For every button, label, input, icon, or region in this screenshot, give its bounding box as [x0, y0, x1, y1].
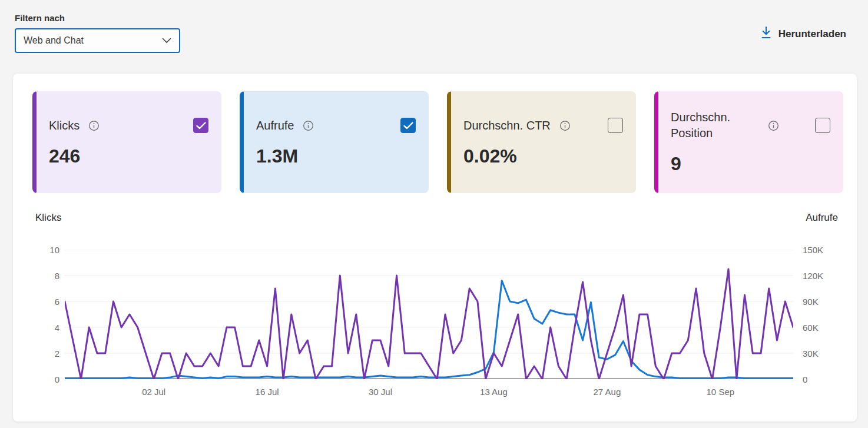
metric-label: Durchschn. CTR	[463, 118, 551, 134]
axis-tick-label: 10	[49, 245, 59, 255]
metric-card-ctr: Durchschn. CTR 0.02%	[447, 91, 636, 193]
axis-tick-label: 6	[55, 297, 59, 307]
metric-value: 246	[49, 145, 208, 167]
axis-tick-label: 0	[55, 374, 59, 384]
chart-plot	[65, 250, 793, 379]
filter-label: Filtern nach	[15, 13, 180, 23]
metric-cards-row: Klicks 246 Aufrufe 1.3M	[13, 74, 857, 193]
axis-tick-label: 150K	[803, 245, 823, 255]
x-axis-labels: 02 Jul16 Jul30 Jul13 Aug27 Aug10 Sep	[65, 379, 793, 399]
x-axis-tick-label: 02 Jul	[142, 387, 165, 397]
chart-area: 0246810 030K60K90K120K150K	[13, 250, 857, 379]
metric-card-position: Durchschn. Position 9	[654, 91, 843, 193]
info-icon[interactable]	[768, 120, 779, 131]
axis-tick-label: 4	[55, 323, 59, 333]
info-icon[interactable]	[303, 120, 314, 131]
metric-label: Durchschn. Position	[671, 110, 759, 141]
info-icon[interactable]	[88, 120, 100, 131]
metric-card-aufrufe: Aufrufe 1.3M	[240, 91, 429, 193]
x-axis-tick-label: 13 Aug	[480, 387, 508, 397]
chevron-down-icon	[162, 35, 171, 46]
right-axis-title: Aufrufe	[806, 212, 838, 224]
chart-plot-svg	[65, 250, 793, 379]
download-label: Herunterladen	[778, 28, 846, 40]
left-axis-title: Klicks	[35, 212, 61, 224]
axis-tick-label: 90K	[803, 297, 819, 307]
filter-dropdown-value: Web and Chat	[24, 35, 84, 46]
metric-label: Klicks	[49, 118, 79, 134]
metric-value: 9	[671, 153, 830, 175]
x-axis-tick-label: 30 Jul	[369, 387, 392, 397]
axis-tick-label: 30K	[803, 349, 819, 359]
axis-tick-label: 120K	[803, 271, 823, 281]
info-icon[interactable]	[559, 120, 571, 131]
filter-block: Filtern nach Web and Chat	[15, 13, 180, 53]
metric-checkbox[interactable]	[815, 118, 830, 133]
klicks-line	[65, 269, 793, 379]
metric-checkbox[interactable]	[400, 118, 416, 133]
metric-card-klicks: Klicks 246	[32, 91, 221, 193]
filter-dropdown[interactable]: Web and Chat	[15, 28, 180, 53]
metric-label: Aufrufe	[256, 118, 294, 134]
metric-value: 1.3M	[256, 145, 416, 167]
x-axis-tick-label: 10 Sep	[707, 387, 735, 397]
performance-panel: Klicks 246 Aufrufe 1.3M	[13, 74, 857, 422]
x-axis-tick-label: 27 Aug	[594, 387, 621, 397]
axis-tick-label: 0	[803, 374, 807, 384]
metric-checkbox[interactable]	[608, 118, 623, 133]
y-axis-left: 0246810	[31, 250, 65, 379]
download-icon	[760, 26, 772, 42]
axis-tick-label: 60K	[803, 323, 819, 333]
metric-value: 0.02%	[463, 145, 623, 167]
download-button[interactable]: Herunterladen	[760, 26, 846, 42]
axis-tick-label: 2	[55, 349, 59, 359]
axis-tick-label: 8	[55, 271, 59, 281]
y-axis-right: 030K60K90K120K150K	[793, 250, 843, 379]
x-axis-tick-label: 16 Jul	[256, 387, 279, 397]
metric-checkbox[interactable]	[193, 118, 208, 133]
